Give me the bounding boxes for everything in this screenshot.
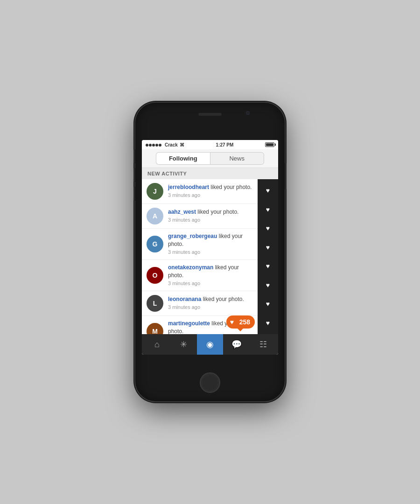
wifi-icon: ⌘ <box>180 142 184 147</box>
phone-shell: Crack ⌘ 1:27 PM Following News NEW ACTIV… <box>135 103 285 401</box>
activity-text: onetakezonyman liked your photo. 3 minut… <box>168 264 252 287</box>
heart-scroll-2[interactable]: ♥ <box>266 206 270 213</box>
username[interactable]: leonoranana <box>168 296 201 302</box>
heart-scroll-5[interactable]: ♥ <box>266 263 270 269</box>
signal-dots <box>146 142 162 147</box>
activity-time: 3 minutes ago <box>168 280 252 287</box>
nav-home[interactable]: ⌂ <box>144 334 170 355</box>
nav-profile[interactable]: ☷ <box>250 334 276 355</box>
activity-text: grange_robergeau liked your photo. 3 min… <box>168 232 252 256</box>
activity-text: leonoranana liked your photo. 3 minutes … <box>168 295 252 311</box>
phone-speaker <box>198 113 222 116</box>
nav-activity[interactable]: 💬 <box>223 334 250 355</box>
username[interactable]: aahz_west <box>168 209 196 215</box>
screen-content: Crack ⌘ 1:27 PM Following News NEW ACTIV… <box>142 140 278 355</box>
phone-camera <box>246 111 250 115</box>
activity-container: J jerrebloodheart liked your photo. 3 mi… <box>142 179 278 334</box>
avatar: J <box>147 183 163 200</box>
heart-scroll-1[interactable]: ♥ <box>266 187 270 194</box>
avatar: L <box>147 295 163 312</box>
status-left: Crack ⌘ <box>146 142 184 147</box>
scrollbar-col: ♥ ♥ ♥ ♥ ♥ ♥ ♥ ♥ <box>258 179 278 334</box>
activity-time: 3 minutes ago <box>168 249 252 256</box>
username[interactable]: jerrebloodheart <box>168 184 209 190</box>
section-header: NEW ACTIVITY <box>142 168 278 179</box>
heart-scroll-8[interactable]: ♥ <box>266 320 270 326</box>
heart-scroll-7[interactable]: ♥ <box>266 301 270 307</box>
activity-time: 3 minutes ago <box>168 304 252 311</box>
nav-explore[interactable]: ✳ <box>170 334 197 355</box>
username[interactable]: martinegoulette <box>168 320 210 327</box>
carrier-label: Crack <box>165 142 178 147</box>
activity-time: 3 minutes ago <box>168 192 252 199</box>
activity-text: aahz_west liked your photo. 3 minutes ag… <box>168 208 252 224</box>
username[interactable]: onetakezonyman <box>168 264 213 271</box>
notification-bubble[interactable]: 258 <box>226 315 255 329</box>
screen-main: NEW ACTIVITY J jerrebloodheart liked you… <box>142 168 278 355</box>
home-button[interactable] <box>200 372 220 393</box>
avatar: G <box>147 236 163 252</box>
heart-scroll-3[interactable]: ♥ <box>266 225 270 231</box>
activity-text: jerrebloodheart liked your photo. 3 minu… <box>168 183 252 199</box>
status-right <box>265 142 274 147</box>
time-display: 1:27 PM <box>216 142 234 147</box>
nav-camera[interactable]: ◉ <box>197 334 224 355</box>
username[interactable]: grange_robergeau <box>168 233 217 239</box>
heart-scroll-6[interactable]: ♥ <box>266 282 270 288</box>
bottom-nav: ⌂ ✳ ◉ 💬 ☷ <box>142 334 278 355</box>
phone-screen: Crack ⌘ 1:27 PM Following News NEW ACTIV… <box>142 140 278 355</box>
notification-count: 258 <box>239 318 250 326</box>
status-bar: Crack ⌘ 1:27 PM <box>142 140 278 149</box>
avatar: O <box>147 267 163 284</box>
battery-fill <box>266 143 273 146</box>
activity-time: 3 minutes ago <box>168 217 252 224</box>
avatar: A <box>147 208 163 224</box>
tab-news[interactable]: News <box>210 152 265 165</box>
heart-scroll-4[interactable]: ♥ <box>266 244 270 251</box>
tabs-bar: Following News <box>142 149 278 168</box>
avatar: M <box>147 323 163 334</box>
battery-icon <box>265 142 274 147</box>
tab-following[interactable]: Following <box>156 152 210 165</box>
